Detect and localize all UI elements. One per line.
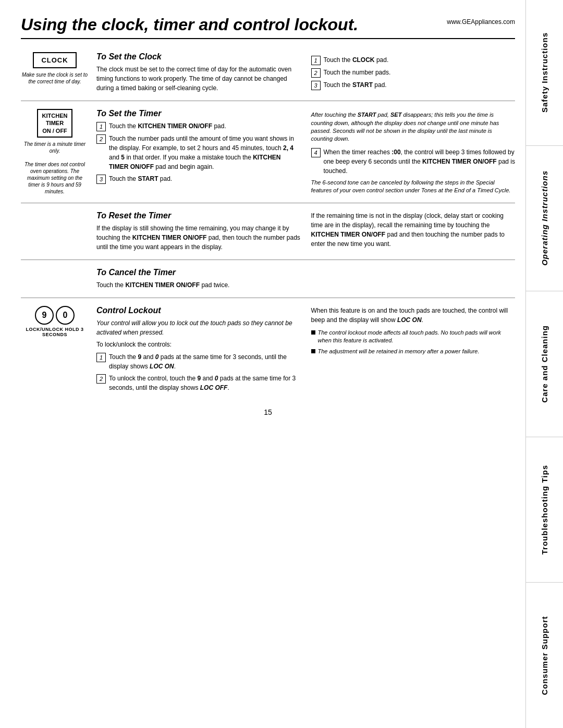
clock-body-text: The clock must be set to the correct tim… — [96, 65, 301, 93]
lockout-buttons: 9 0 — [35, 306, 75, 325]
timer-step-2-num: 2 — [96, 134, 106, 144]
timer-icon-line2: TIMER — [46, 120, 64, 126]
lockout-icon-group: 9 0 LOCK/UNLOCK HOLD 3 SECONDS — [21, 306, 89, 337]
lockout-bullet-2: The adjustment will be retained in memor… — [311, 348, 516, 355]
clock-step-1-num: 1 — [311, 56, 321, 65]
lockout-step-1-text: Touch the 9 and 0 pads at the same time … — [109, 352, 301, 371]
reset-timer-right: If the remaining time is not in the disp… — [311, 211, 516, 252]
lockout-label: LOCK/UNLOCK HOLD 3 SECONDS — [21, 327, 89, 337]
reset-timer-left: To Reset the Timer If the display is sti… — [96, 211, 301, 252]
reset-timer-section: To Reset the Timer If the display is sti… — [21, 203, 515, 260]
cancel-timer-body: To Cancel the Timer Touch the KITCHEN TI… — [96, 268, 515, 290]
lockout-bullet-1: The control lockout mode affects all tou… — [311, 329, 516, 345]
timer-right: After touching the START pad, SET disapp… — [311, 109, 516, 195]
lockout-step-2-text: To unlock the control, touch the 9 and 0… — [109, 374, 301, 392]
sidebar-troubleshooting: Troubleshooting Tips — [526, 437, 563, 583]
reset-timer-left-text: If the display is still showing the time… — [96, 224, 301, 252]
control-lockout-left: Control Lockout Your control will allow … — [96, 306, 301, 395]
timer-step-4-num: 4 — [311, 148, 321, 157]
sidebar-operating: Operating Instructions — [526, 146, 563, 292]
timer-step-4: 4 When the timer reaches :00, the contro… — [311, 147, 516, 176]
clock-body: To Set the Clock The clock must be set t… — [96, 52, 515, 93]
clock-step-1-text: Touch the CLOCK pad. — [324, 55, 516, 65]
cancel-timer-content: To Cancel the Timer Touch the KITCHEN TI… — [96, 268, 515, 290]
control-lockout-to-lock: To lock/unlock the controls: — [96, 340, 301, 349]
cancel-timer-section: To Cancel the Timer Touch the KITCHEN TI… — [21, 260, 515, 298]
timer-step-4-list: 4 When the timer reaches :00, the contro… — [311, 147, 516, 176]
clock-icon-area: CLOCK Make sure the clock is set to the … — [21, 52, 89, 93]
timer-caption-line2: The timer does not control oven operatio… — [25, 162, 85, 194]
clock-step-3-text: Touch the START pad. — [324, 80, 516, 90]
reset-timer-icon-area — [21, 211, 89, 252]
control-lockout-steps: 1 Touch the 9 and 0 pads at the same tim… — [96, 352, 301, 392]
control-lockout-right: When this feature is on and the touch pa… — [311, 306, 516, 395]
reset-timer-right-text: If the remaining time is not in the disp… — [311, 211, 516, 249]
clock-right: 1 Touch the CLOCK pad. 2 Touch the numbe… — [311, 52, 516, 93]
timer-left: To Set the Timer 1 Touch the KITCHEN TIM… — [96, 109, 301, 195]
clock-step-3-num: 3 — [311, 81, 321, 90]
page-number: 15 — [21, 408, 515, 416]
timer-right-top-text: After touching the START pad, SET disapp… — [311, 111, 516, 143]
control-lockout-section: 9 0 LOCK/UNLOCK HOLD 3 SECONDS Control L… — [21, 298, 515, 403]
timer-step-2: 2 Touch the number pads until the amount… — [96, 134, 301, 171]
right-sidebar: Safety Instructions Operating Instructio… — [525, 0, 563, 728]
cancel-timer-title: To Cancel the Timer — [96, 268, 515, 277]
control-lockout-intro: Your control will allow you to lock out … — [96, 318, 301, 337]
clock-step-2-num: 2 — [311, 68, 321, 78]
lockout-step-2: 2 To unlock the control, touch the 9 and… — [96, 374, 301, 392]
control-lockout-body: Control Lockout Your control will allow … — [96, 306, 515, 395]
control-lockout-icon-area: 9 0 LOCK/UNLOCK HOLD 3 SECONDS — [21, 306, 89, 395]
bullet-square-2 — [311, 349, 315, 353]
timer-icon-line1: KITCHEN — [42, 113, 68, 119]
timer-steps-left: 1 Touch the KITCHEN TIMER ON/OFF pad. 2 … — [96, 121, 301, 184]
clock-section: CLOCK Make sure the clock is set to the … — [21, 44, 515, 101]
lockout-btn-9: 9 — [35, 306, 54, 325]
clock-steps: 1 Touch the CLOCK pad. 2 Touch the numbe… — [311, 55, 516, 90]
clock-step-3: 3 Touch the START pad. — [311, 80, 516, 90]
lockout-step-1-num: 1 — [96, 353, 106, 362]
timer-step-1-text: Touch the KITCHEN TIMER ON/OFF pad. — [109, 121, 301, 131]
reset-timer-body: To Reset the Timer If the display is sti… — [96, 211, 515, 252]
control-lockout-title: Control Lockout — [96, 306, 301, 315]
page-title: Using the clock, timer and control locko… — [21, 16, 358, 34]
timer-right-note: The 6-second tone can be canceled by fol… — [311, 179, 516, 195]
reset-timer-title: To Reset the Timer — [96, 211, 301, 220]
timer-step-3-num: 3 — [96, 175, 106, 184]
clock-step-2: 2 Touch the number pads. — [311, 68, 516, 78]
lockout-bullet-1-text: The control lockout mode affects all tou… — [318, 329, 516, 345]
timer-step-3: 3 Touch the START pad. — [96, 174, 301, 184]
control-lockout-right-top: When this feature is on and the touch pa… — [311, 306, 516, 325]
clock-step-2-text: Touch the number pads. — [324, 68, 516, 77]
page-header: Using the clock, timer and control locko… — [21, 16, 515, 39]
timer-step-1-num: 1 — [96, 122, 106, 131]
lockout-btn-0: 0 — [56, 306, 75, 325]
sidebar-consumer-label: Consumer Support — [540, 616, 549, 695]
sidebar-operating-label: Operating Instructions — [540, 170, 549, 266]
control-lockout-intro-text: Your control will allow you to lock out … — [96, 319, 292, 336]
cancel-timer-icon-area — [21, 268, 89, 290]
sidebar-consumer: Consumer Support — [526, 583, 563, 728]
timer-step-2-text: Touch the number pads until the amount o… — [109, 134, 301, 171]
clock-title: To Set the Clock — [96, 52, 301, 61]
clock-step-1: 1 Touch the CLOCK pad. — [311, 55, 516, 65]
timer-caption-line1: The timer is a minute timer only. — [24, 141, 85, 154]
timer-icon-box: KITCHEN TIMER ON / OFF — [37, 109, 73, 138]
lockout-step-1: 1 Touch the 9 and 0 pads at the same tim… — [96, 352, 301, 371]
clock-caption: Make sure the clock is set to the correc… — [21, 71, 89, 85]
timer-caption: The timer is a minute timer only. The ti… — [21, 141, 89, 195]
lockout-step-2-num: 2 — [96, 374, 106, 384]
control-lockout-bullets: The control lockout mode affects all tou… — [311, 329, 516, 355]
lockout-bullet-2-text: The adjustment will be retained in memor… — [318, 348, 480, 355]
timer-section: KITCHEN TIMER ON / OFF The timer is a mi… — [21, 101, 515, 203]
sidebar-safety: Safety Instructions — [526, 0, 563, 146]
clock-left: To Set the Clock The clock must be set t… — [96, 52, 301, 93]
timer-step-3-text: Touch the START pad. — [109, 174, 301, 183]
clock-icon-box: CLOCK — [33, 52, 76, 68]
timer-icon-area: KITCHEN TIMER ON / OFF The timer is a mi… — [21, 109, 89, 195]
sidebar-care: Care and Cleaning — [526, 291, 563, 437]
clock-label: CLOCK — [41, 56, 68, 64]
sidebar-care-label: Care and Cleaning — [540, 325, 549, 403]
sidebar-safety-label: Safety Instructions — [540, 32, 549, 113]
timer-icon-line3: ON / OFF — [42, 128, 67, 134]
timer-step-1: 1 Touch the KITCHEN TIMER ON/OFF pad. — [96, 121, 301, 131]
